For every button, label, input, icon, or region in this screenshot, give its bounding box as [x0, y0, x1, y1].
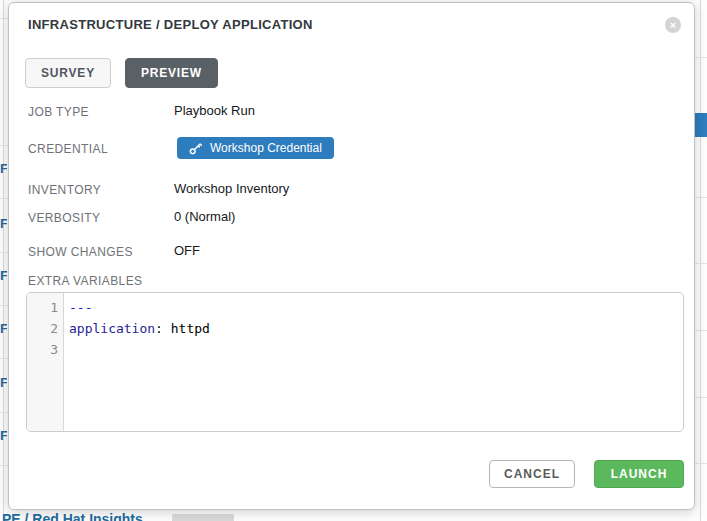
field-value: Workshop Inventory — [174, 181, 289, 196]
field-value: 0 (Normal) — [174, 209, 235, 224]
field-label: INVENTORY — [28, 181, 174, 197]
bg-row-divider — [695, 463, 707, 464]
editor-gutter: 1 2 3 — [27, 293, 64, 431]
bg-link-fragment: F — [0, 217, 7, 231]
line-number: 3 — [27, 339, 63, 360]
field-row-job-type: JOB TYPE Playbook Run — [28, 103, 674, 119]
bg-row-divider — [0, 18, 8, 19]
screen: F F F F F F PE / Red Hat Insights INFRAS… — [0, 0, 707, 521]
extra-variables-editor[interactable]: 1 2 3 --- application: httpd — [26, 292, 684, 432]
bg-row-divider — [0, 412, 8, 413]
line-number: 2 — [27, 318, 63, 339]
field-row-show-changes: SHOW CHANGES OFF — [28, 243, 674, 259]
code-line: --- — [69, 297, 683, 318]
editor-code-area[interactable]: --- application: httpd — [64, 293, 683, 431]
deploy-application-modal: INFRASTRUCTURE / DEPLOY APPLICATION × SU… — [8, 2, 695, 510]
field-label: SHOW CHANGES — [28, 243, 174, 259]
bg-link-fragment: F — [0, 429, 7, 443]
field-label: CREDENTIAL — [28, 140, 174, 156]
yaml-doc-separator: --- — [69, 300, 92, 315]
tab-bar: SURVEY PREVIEW — [25, 58, 218, 88]
launch-button[interactable]: LAUNCH — [594, 460, 684, 488]
bg-row-divider — [0, 358, 8, 359]
bg-row-divider — [0, 305, 8, 306]
yaml-value: : httpd — [155, 321, 210, 336]
bg-link-fragment: F — [0, 162, 7, 176]
credential-badge-label: Workshop Credential — [210, 141, 322, 155]
key-icon — [189, 142, 202, 155]
yaml-key: application — [69, 321, 155, 336]
bg-row-divider — [695, 197, 707, 198]
bg-row-divider — [695, 330, 707, 331]
bg-row-divider — [0, 465, 8, 466]
field-row-inventory: INVENTORY Workshop Inventory — [28, 181, 674, 197]
extra-variables-label: EXTRA VARIABLES — [28, 274, 143, 288]
bg-row-divider — [695, 57, 707, 58]
field-row-credential: CREDENTIAL Workshop Credential — [28, 140, 674, 159]
field-value: OFF — [174, 243, 200, 258]
credential-badge[interactable]: Workshop Credential — [177, 137, 334, 159]
bg-table-border-right — [700, 0, 701, 521]
bg-badge-fragment — [172, 514, 234, 521]
bg-link-fragment: F — [0, 269, 7, 283]
bg-row-divider — [695, 397, 707, 398]
bg-row-divider — [0, 145, 8, 146]
field-label: JOB TYPE — [28, 103, 174, 119]
bg-link-fragment: F — [0, 322, 7, 336]
field-row-verbosity: VERBOSITY 0 (Normal) — [28, 209, 674, 225]
modal-title: INFRASTRUCTURE / DEPLOY APPLICATION — [28, 17, 313, 32]
field-value: Playbook Run — [174, 103, 255, 118]
bg-selected-row — [695, 113, 707, 137]
field-label: VERBOSITY — [28, 209, 174, 225]
bg-link-fragment-bottom: PE / Red Hat Insights — [2, 511, 143, 521]
tab-preview[interactable]: PREVIEW — [125, 58, 218, 88]
line-number: 1 — [27, 297, 63, 318]
bg-row-divider — [0, 252, 8, 253]
bg-row-divider — [695, 263, 707, 264]
bg-link-fragment: F — [0, 376, 7, 390]
tab-survey[interactable]: SURVEY — [25, 58, 111, 88]
close-icon[interactable]: × — [665, 17, 681, 33]
code-line: application: httpd — [69, 318, 683, 339]
cancel-button[interactable]: CANCEL — [489, 460, 575, 488]
bg-row-divider — [0, 198, 8, 199]
